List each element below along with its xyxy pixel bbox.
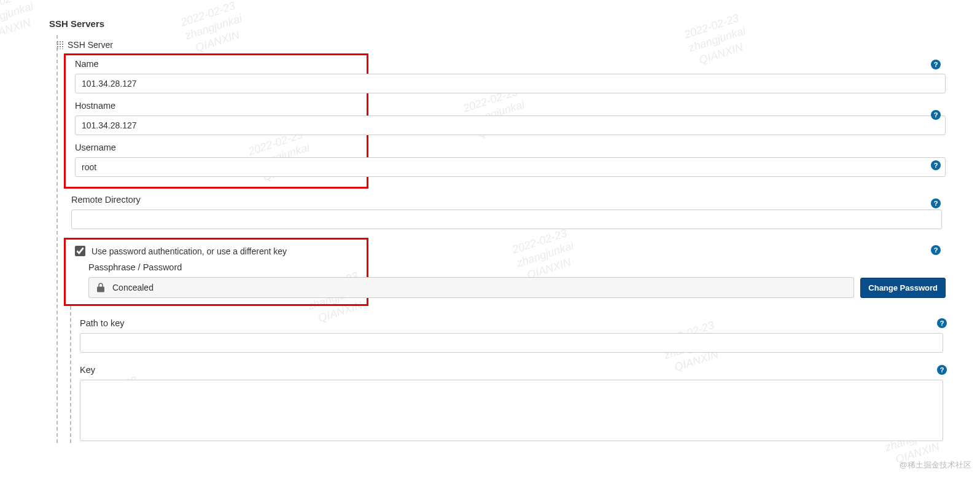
- highlight-box-credentials: Name Hostname Username: [64, 53, 368, 189]
- key-label: Key: [80, 365, 943, 375]
- hostname-input[interactable]: [75, 116, 946, 135]
- concealed-text: Concealed: [112, 283, 154, 292]
- path-to-key-label: Path to key: [80, 318, 943, 328]
- change-password-button[interactable]: Change Password: [860, 278, 946, 298]
- hostname-label: Hostname: [75, 101, 360, 111]
- lock-icon: [95, 281, 106, 294]
- remote-directory-label: Remote Directory: [71, 195, 943, 205]
- help-icon[interactable]: ?: [931, 198, 941, 208]
- highlight-box-password: Use password authentication, or use a di…: [64, 238, 368, 306]
- use-password-label: Use password authentication, or use a di…: [91, 246, 287, 256]
- key-textarea[interactable]: [80, 380, 943, 441]
- help-icon[interactable]: ?: [931, 60, 941, 69]
- help-icon[interactable]: ?: [931, 110, 941, 120]
- path-to-key-input[interactable]: [80, 333, 943, 353]
- remote-directory-input[interactable]: [71, 210, 942, 229]
- help-icon[interactable]: ?: [937, 318, 947, 328]
- concealed-password-box: Concealed: [88, 277, 854, 298]
- username-input[interactable]: [75, 157, 946, 177]
- passphrase-label: Passphrase / Password: [88, 262, 360, 272]
- drag-handle-icon[interactable]: [56, 41, 64, 49]
- use-password-checkbox[interactable]: [75, 246, 85, 256]
- help-icon[interactable]: ?: [931, 160, 941, 170]
- username-label: Username: [75, 143, 360, 152]
- ssh-server-header: SSH Server: [56, 35, 943, 53]
- name-input[interactable]: [75, 74, 946, 93]
- ssh-server-header-label: SSH Server: [68, 40, 113, 50]
- help-icon[interactable]: ?: [937, 365, 947, 375]
- footer-watermark: @稀土掘金技术社区: [900, 460, 971, 471]
- section-title: SSH Servers: [49, 18, 943, 29]
- help-icon[interactable]: ?: [931, 245, 941, 255]
- name-label: Name: [75, 59, 360, 69]
